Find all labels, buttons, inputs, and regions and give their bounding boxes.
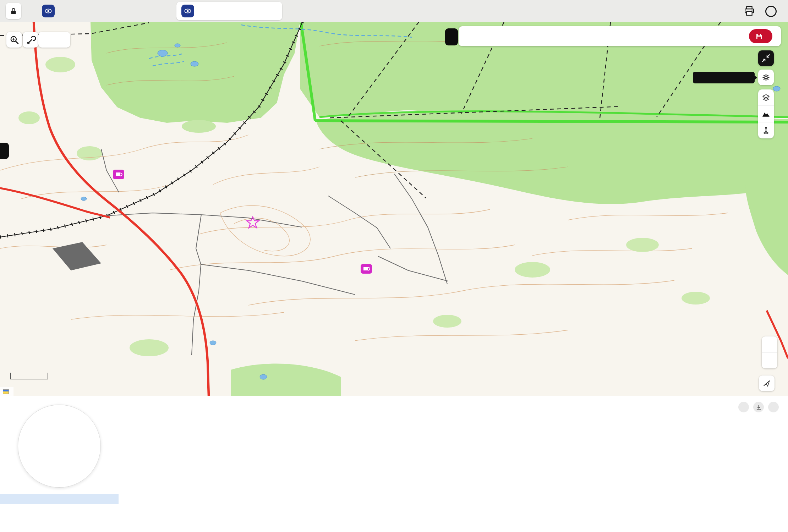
- map-zoom-search-button[interactable]: [6, 32, 22, 48]
- map-svg: [0, 22, 788, 396]
- nav-arrow-icon: [762, 379, 771, 388]
- zoom-controls: [762, 336, 777, 368]
- display-options-button[interactable]: [758, 70, 774, 85]
- street-view-person-icon: [761, 126, 771, 135]
- sidebar-expand-tab[interactable]: [0, 143, 9, 159]
- layers-button[interactable]: [758, 89, 774, 106]
- layers-icon: [761, 93, 771, 102]
- wrench-icon: [25, 34, 36, 45]
- printer-icon: [743, 5, 755, 17]
- map-display-controls: [758, 89, 774, 138]
- scale-bar: [10, 373, 48, 379]
- new-tab-button[interactable]: [293, 5, 305, 17]
- zoom-out-button[interactable]: [762, 353, 777, 369]
- route-eye-icon: [42, 5, 55, 17]
- lock-button[interactable]: [6, 3, 21, 19]
- elevation-panel: [0, 396, 788, 510]
- map-canvas[interactable]: [0, 22, 788, 396]
- stats-collapse-button[interactable]: [445, 28, 458, 45]
- chart-close-button[interactable]: [768, 402, 779, 412]
- map-attribution: [0, 387, 13, 396]
- route-eye-icon: [181, 5, 194, 17]
- tab-nouveau-parcours[interactable]: [42, 0, 59, 22]
- print-button[interactable]: [743, 5, 755, 18]
- map-tools-button[interactable]: [23, 32, 38, 48]
- undo-button[interactable]: [38, 32, 54, 48]
- top-bar: [0, 0, 788, 22]
- compress-arrows-icon: [761, 53, 771, 63]
- collapse-map-button[interactable]: [758, 50, 774, 66]
- zoom-in-button[interactable]: [762, 336, 777, 353]
- download-icon: [756, 405, 761, 410]
- road-types-notice: [18, 405, 101, 488]
- locate-button[interactable]: [759, 375, 775, 391]
- streetview-button[interactable]: [758, 122, 774, 138]
- tab-rb-benard[interactable]: [176, 2, 282, 20]
- openrunner-app: [0, 0, 788, 532]
- history-controls: [38, 32, 70, 48]
- chart-info-button[interactable]: [738, 402, 749, 412]
- help-button[interactable]: [765, 6, 777, 17]
- leaflet-flag-icon: [3, 389, 9, 394]
- display-options-tooltip: [693, 72, 755, 83]
- status-url: [0, 494, 119, 504]
- chart-download-button[interactable]: [753, 402, 764, 412]
- mountain-icon: [761, 109, 771, 119]
- save-button[interactable]: [749, 29, 772, 43]
- gear-icon: [761, 72, 771, 82]
- elevation-chart[interactable]: [0, 396, 788, 510]
- stats-panel: [459, 26, 781, 46]
- elevation-3d-button[interactable]: [758, 106, 774, 122]
- redo-button[interactable]: [54, 32, 70, 48]
- lock-icon: [9, 6, 18, 16]
- caption-strip: [0, 509, 788, 532]
- magnifier-crosshair-icon: [9, 34, 20, 45]
- save-icon: [756, 33, 762, 39]
